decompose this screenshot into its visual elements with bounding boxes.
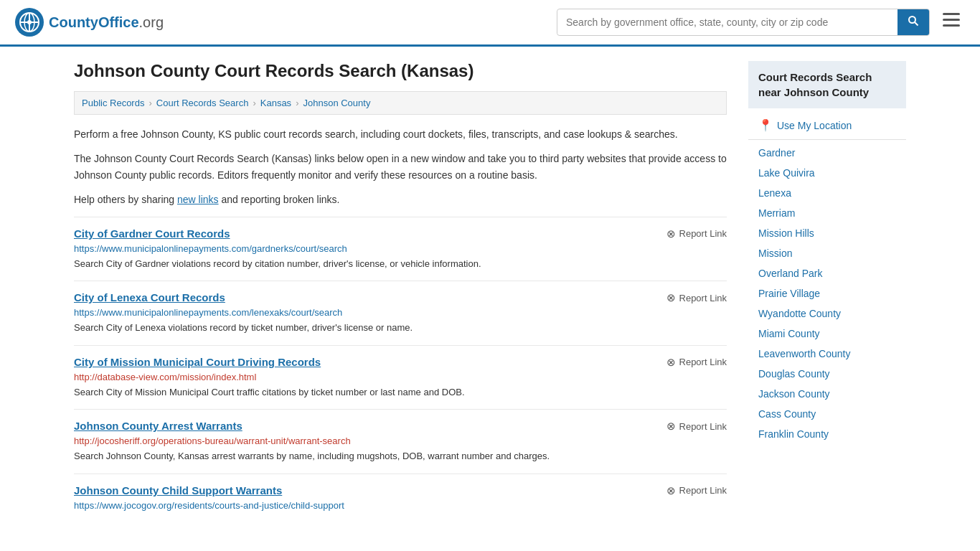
sidebar-link-8[interactable]: Wyandotte County	[748, 303, 906, 324]
record-url[interactable]: https://www.municipalonlinepayments.com/…	[74, 307, 727, 318]
sidebar-link-11[interactable]: Douglas County	[748, 364, 906, 384]
record-title[interactable]: Johnson County Arrest Warrants	[74, 420, 242, 432]
sidebar-link-6[interactable]: Overland Park	[748, 263, 906, 283]
breadcrumb-sep-3: ›	[296, 98, 298, 108]
report-link-label: Report Link	[679, 293, 727, 303]
report-link-label: Report Link	[679, 421, 727, 432]
svg-rect-10	[943, 24, 960, 27]
record-header: City of Gardner Court Records ⊗ Report L…	[74, 227, 727, 240]
record-header: City of Lenexa Court Records ⊗ Report Li…	[74, 291, 727, 304]
breadcrumb-johnson-county[interactable]: Johnson County	[303, 98, 370, 108]
sidebar-divider	[748, 139, 906, 140]
record-header: Johnson County Arrest Warrants ⊗ Report …	[74, 420, 727, 433]
record-item: City of Gardner Court Records ⊗ Report L…	[74, 217, 727, 281]
record-desc: Search City of Lenexa violations record …	[74, 321, 727, 335]
record-title[interactable]: City of Gardner Court Records	[74, 227, 230, 240]
report-link-label: Report Link	[679, 357, 727, 367]
report-link-0[interactable]: ⊗ Report Link	[666, 227, 727, 240]
content-area: Johnson County Court Records Search (Kan…	[74, 61, 727, 524]
new-links-link[interactable]: new links	[177, 194, 219, 205]
record-title[interactable]: Johnson County Child Support Warrants	[74, 484, 282, 496]
report-link-label: Report Link	[679, 485, 727, 496]
report-link-icon: ⊗	[666, 227, 676, 240]
record-desc: Search Johnson County, Kansas arrest war…	[74, 449, 727, 463]
sidebar-link-10[interactable]: Leavenworth County	[748, 344, 906, 364]
records-container: City of Gardner Court Records ⊗ Report L…	[74, 217, 727, 524]
page-title: Johnson County Court Records Search (Kan…	[74, 61, 727, 81]
report-link-icon: ⊗	[666, 420, 676, 433]
breadcrumb-public-records[interactable]: Public Records	[82, 98, 144, 108]
svg-point-6	[909, 17, 915, 23]
report-link-icon: ⊗	[666, 291, 676, 304]
report-link-icon: ⊗	[666, 356, 676, 369]
svg-rect-9	[943, 19, 960, 21]
breadcrumb-court-records-search[interactable]: Court Records Search	[156, 98, 249, 108]
breadcrumb-kansas[interactable]: Kansas	[260, 98, 291, 108]
record-url[interactable]: http://database-view.com/mission/index.h…	[74, 372, 727, 382]
svg-line-7	[915, 22, 918, 26]
report-link-3[interactable]: ⊗ Report Link	[666, 420, 727, 433]
use-my-location-label: Use My Location	[777, 120, 852, 131]
record-header: Johnson County Child Support Warrants ⊗ …	[74, 484, 727, 497]
record-header: City of Mission Municipal Court Driving …	[74, 356, 727, 369]
search-bar	[557, 9, 930, 36]
sidebar-link-13[interactable]: Cass County	[748, 404, 906, 424]
sidebar-heading: Court Records Search near Johnson County	[748, 61, 906, 108]
record-url[interactable]: http://jocosheriff.org/operations-bureau…	[74, 435, 727, 446]
record-title[interactable]: City of Lenexa Court Records	[74, 291, 225, 303]
description-para3: Help others by sharing new links and rep…	[74, 192, 727, 207]
sidebar-link-1[interactable]: Lake Quivira	[748, 163, 906, 183]
logo-text: CountyOffice.org	[49, 14, 164, 31]
report-link-2[interactable]: ⊗ Report Link	[666, 356, 727, 369]
report-link-label: Report Link	[679, 228, 727, 239]
sidebar-link-5[interactable]: Mission	[748, 243, 906, 263]
breadcrumb: Public Records › Court Records Search › …	[74, 91, 727, 115]
record-item: Johnson County Arrest Warrants ⊗ Report …	[74, 409, 727, 474]
sidebar-link-12[interactable]: Jackson County	[748, 384, 906, 404]
sidebar-link-14[interactable]: Franklin County	[748, 424, 906, 444]
report-link-4[interactable]: ⊗ Report Link	[666, 484, 727, 497]
report-link-1[interactable]: ⊗ Report Link	[666, 291, 727, 304]
record-title[interactable]: City of Mission Municipal Court Driving …	[74, 356, 321, 368]
svg-point-5	[27, 20, 32, 24]
use-my-location-link[interactable]: 📍 Use My Location	[748, 114, 906, 136]
description-para1: Perform a free Johnson County, KS public…	[74, 126, 727, 142]
menu-icon[interactable]	[937, 10, 966, 34]
record-item: City of Lenexa Court Records ⊗ Report Li…	[74, 281, 727, 345]
sidebar-link-0[interactable]: Gardner	[748, 143, 906, 163]
logo-icon	[14, 7, 44, 37]
sidebar-link-9[interactable]: Miami County	[748, 324, 906, 344]
sidebar-links: GardnerLake QuiviraLenexaMerriamMission …	[748, 143, 906, 444]
breadcrumb-sep-2: ›	[253, 98, 255, 108]
header-right	[557, 9, 966, 36]
site-header: CountyOffice.org	[0, 0, 980, 47]
sidebar-link-2[interactable]: Lenexa	[748, 183, 906, 203]
record-url[interactable]: https://www.municipalonlinepayments.com/…	[74, 243, 727, 254]
record-desc: Search City of Gardner violations record…	[74, 257, 727, 271]
record-url[interactable]: https://www.jocogov.org/residents/courts…	[74, 500, 727, 511]
sidebar: Court Records Search near Johnson County…	[748, 61, 906, 524]
report-link-icon: ⊗	[666, 484, 676, 497]
search-button[interactable]	[897, 9, 929, 35]
search-input[interactable]	[557, 11, 897, 34]
record-desc: Search City of Mission Municipal Court t…	[74, 385, 727, 400]
sidebar-link-3[interactable]: Merriam	[748, 203, 906, 223]
sidebar-link-4[interactable]: Mission Hills	[748, 223, 906, 243]
record-item: Johnson County Child Support Warrants ⊗ …	[74, 474, 727, 524]
sidebar-link-7[interactable]: Prairie Village	[748, 283, 906, 303]
hamburger-icon	[943, 13, 960, 27]
location-pin-icon: 📍	[758, 118, 773, 132]
breadcrumb-sep-1: ›	[149, 98, 151, 108]
main-container: Johnson County Court Records Search (Kan…	[60, 47, 920, 538]
svg-rect-8	[943, 13, 960, 15]
logo-area[interactable]: CountyOffice.org	[14, 7, 164, 37]
description-para2: The Johnson County Court Records Search …	[74, 151, 727, 183]
record-item: City of Mission Municipal Court Driving …	[74, 345, 727, 410]
search-icon	[908, 15, 919, 27]
